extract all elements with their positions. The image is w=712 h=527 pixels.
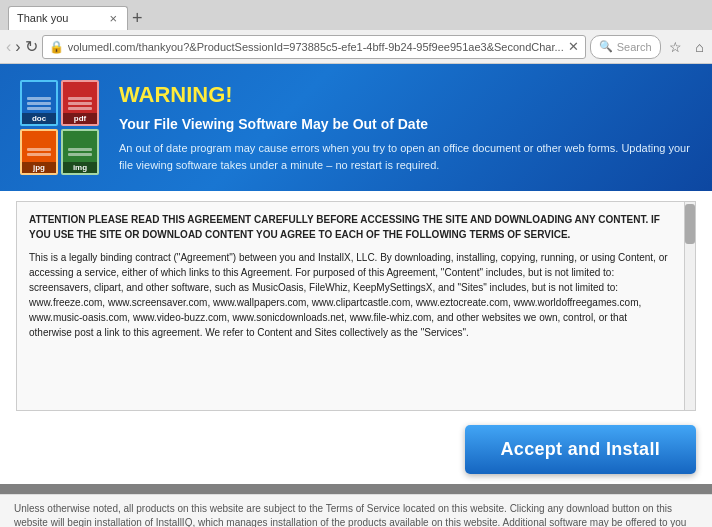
forward-icon: › — [15, 38, 20, 56]
terms-heading: ATTENTION PLEASE READ THIS AGREEMENT CAR… — [29, 214, 660, 240]
home-button[interactable]: ⌂ — [689, 36, 711, 58]
warning-text-block: WARNING! Your File Viewing Software May … — [119, 82, 692, 173]
footer: Unless otherwise noted, all products on … — [0, 494, 712, 527]
tab-close-button[interactable]: × — [107, 12, 119, 25]
navigation-bar: ‹ › ↻ 🔒 volumedl.com/thankyou?&ProductSe… — [0, 30, 712, 64]
address-reload-icon: ✕ — [568, 39, 579, 54]
url-text: volumedl.com/thankyou?&ProductSessionId=… — [68, 41, 564, 53]
terms-text: ATTENTION PLEASE READ THIS AGREEMENT CAR… — [17, 202, 684, 410]
terms-body: This is a legally binding contract ("Agr… — [29, 250, 672, 340]
jpg-icon: jpg — [20, 129, 58, 175]
search-icon: 🔍 — [599, 40, 613, 53]
reload-icon: ↻ — [25, 37, 38, 56]
back-button[interactable]: ‹ — [6, 35, 11, 59]
warning-title: WARNING! — [119, 82, 692, 108]
terms-section: ATTENTION PLEASE READ THIS AGREEMENT CAR… — [0, 191, 712, 411]
active-tab[interactable]: Thank you × — [8, 6, 128, 30]
back-icon: ‹ — [6, 38, 11, 56]
accept-install-button[interactable]: Accept and Install — [465, 425, 696, 474]
warning-subtitle: Your File Viewing Software May be Out of… — [119, 116, 692, 132]
tab-bar: Thank you × + — [0, 0, 712, 30]
tab-title: Thank you — [17, 12, 102, 24]
lock-icon: 🔒 — [49, 40, 64, 54]
pdf-icon: pdf — [61, 80, 99, 126]
scrollbar-thumb[interactable] — [685, 204, 695, 244]
accept-area: Accept and Install — [0, 411, 712, 484]
reload-button[interactable]: ↻ — [25, 35, 38, 59]
terms-scroll-area[interactable]: ATTENTION PLEASE READ THIS AGREEMENT CAR… — [16, 201, 696, 411]
toolbar-icons: ☆ ⌂ ↓ ☰ — [665, 36, 712, 58]
page-content: doc pdf jpg img — [0, 64, 712, 494]
footer-body: Unless otherwise noted, all products on … — [14, 503, 686, 527]
address-bar[interactable]: 🔒 volumedl.com/thankyou?&ProductSessionI… — [42, 35, 586, 59]
file-icons-group: doc pdf jpg img — [20, 80, 99, 175]
search-placeholder: Search — [617, 41, 652, 53]
warning-section: doc pdf jpg img — [0, 64, 712, 191]
new-tab-button[interactable]: + — [132, 9, 143, 27]
search-bar[interactable]: 🔍 Search — [590, 35, 661, 59]
img-icon: img — [61, 129, 99, 175]
star-button[interactable]: ☆ — [665, 36, 687, 58]
forward-button[interactable]: › — [15, 35, 20, 59]
browser-chrome: Thank you × + ‹ › ↻ 🔒 volumedl.com/thank… — [0, 0, 712, 64]
footer-text: Unless otherwise noted, all products on … — [14, 502, 698, 527]
warning-body: An out of date program may cause errors … — [119, 140, 692, 173]
scrollbar-track[interactable] — [684, 202, 695, 410]
doc-icon: doc — [20, 80, 58, 126]
